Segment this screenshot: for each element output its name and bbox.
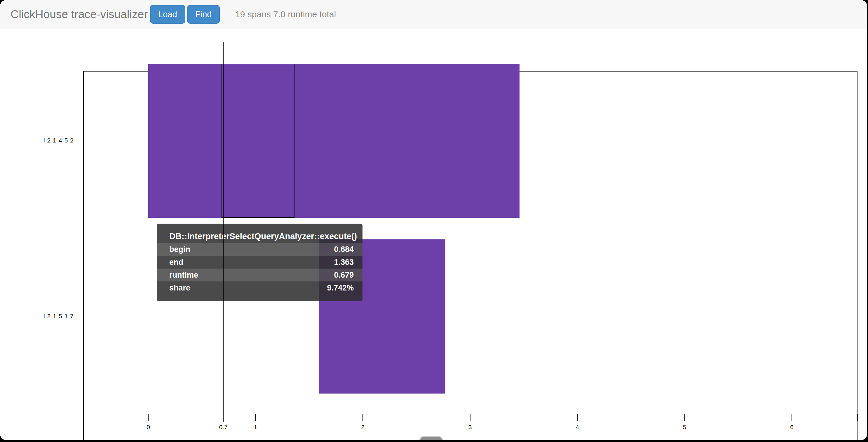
tooltip-value: 1.363	[334, 258, 354, 267]
x-axis-tick-label: 1	[243, 423, 269, 431]
trace-span-highlighted[interactable]	[221, 64, 294, 218]
x-axis-tick-label: 2	[350, 423, 376, 431]
tooltip-value: 0.679	[334, 271, 354, 280]
tooltip-row-end: end 1.363	[157, 256, 363, 269]
x-axis-tick	[148, 414, 149, 421]
app-title: ClickHouse trace-visualizer	[10, 8, 148, 21]
x-axis-outer-tick	[83, 414, 84, 421]
x-axis-tick	[577, 414, 578, 421]
x-axis-tick-label: 5	[672, 423, 698, 431]
tooltip-label: begin	[169, 245, 190, 254]
tooltip-row-runtime: runtime 0.679	[157, 269, 363, 282]
app-header: ClickHouse trace-visualizer Load Find 19…	[0, 0, 867, 29]
x-axis-tick	[255, 414, 256, 421]
tooltip-label: end	[169, 258, 183, 267]
tooltip-value: 0.684	[334, 245, 354, 254]
tooltip-span-name: DB::InterpreterSelectQueryAnalyzer::exec…	[157, 230, 363, 243]
x-axis-outer-tick	[858, 414, 858, 421]
tooltip-value: 9.742%	[327, 284, 354, 293]
time-cursor-line	[223, 42, 223, 422]
app-window: ClickHouse trace-visualizer Load Find 19…	[0, 0, 867, 440]
x-axis-tick	[792, 414, 792, 421]
tooltip-row-share: share 9.742%	[157, 282, 363, 294]
x-axis-tick-label: 0	[135, 423, 161, 431]
thread-label: l21517	[6, 313, 76, 320]
find-button[interactable]: Find	[187, 5, 220, 24]
x-axis-tick-label: 4	[564, 423, 590, 431]
x-axis-tick	[470, 414, 470, 421]
x-axis-tick	[363, 414, 363, 421]
load-button[interactable]: Load	[150, 5, 185, 24]
spans-summary: 19 spans 7.0 runtime total	[235, 9, 336, 19]
x-axis-tick-label: 0.7	[210, 423, 237, 431]
tooltip-row-begin: begin 0.684	[157, 243, 363, 256]
x-axis-tick-label: 6	[779, 423, 805, 431]
thread-label: l21452	[6, 137, 76, 144]
span-tooltip: DB::InterpreterSelectQueryAnalyzer::exec…	[157, 224, 363, 301]
x-axis-tick	[684, 414, 685, 421]
trace-span[interactable]	[148, 64, 520, 218]
x-axis-tick-label: 3	[457, 423, 483, 431]
horizontal-scrollbar-thumb[interactable]	[420, 436, 443, 440]
tooltip-label: share	[169, 284, 190, 293]
tooltip-label: runtime	[169, 271, 198, 280]
trace-chart: DB::InterpreterSelectQueryAnalyzer::exec…	[0, 29, 867, 440]
